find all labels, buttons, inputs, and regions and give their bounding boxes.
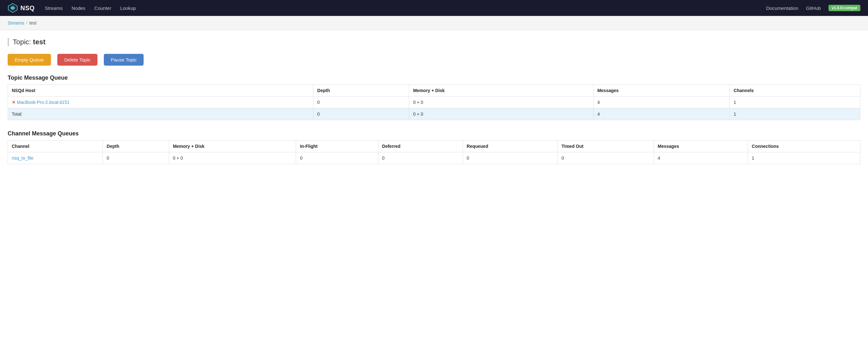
nav-documentation[interactable]: Documentation <box>766 5 798 11</box>
nsq-logo-icon <box>8 3 18 13</box>
breadcrumb-current: test <box>29 20 37 26</box>
breadcrumb-streams-link[interactable]: Streams <box>8 20 24 26</box>
ch-in-flight-cell: 0 <box>296 152 378 164</box>
col-deferred: Deferred <box>378 141 463 152</box>
logo-text: NSQ <box>20 4 35 12</box>
col-nsqd-host: NSQd Host <box>8 85 313 96</box>
topic-name: test <box>33 38 45 46</box>
main-content: Topic: test Empty Queue Delete Topic Pau… <box>0 30 868 187</box>
topic-queue-title: Topic Message Queue <box>8 75 860 81</box>
col-channel: Channel <box>8 141 103 152</box>
nav-streams[interactable]: Streams <box>45 5 63 11</box>
memory-disk-cell: 0 + 0 <box>409 96 593 108</box>
ch-messages-cell: 4 <box>654 152 748 164</box>
total-messages: 4 <box>593 108 730 120</box>
col-timed-out: Timed Out <box>558 141 654 152</box>
nav-counter[interactable]: Counter <box>94 5 111 11</box>
topic-queue-table: NSQd Host Depth Memory + Disk Messages C… <box>8 84 860 120</box>
ch-deferred-cell: 0 <box>378 152 463 164</box>
breadcrumb: Streams / test <box>8 20 860 26</box>
ch-depth-cell: 0 <box>103 152 169 164</box>
col-depth: Depth <box>313 85 409 96</box>
depth-cell: 0 <box>313 96 409 108</box>
ch-timed-out-cell: 0 <box>558 152 654 164</box>
topic-title-wrapper: Topic: test <box>8 38 860 46</box>
topic-queue-header-row: NSQd Host Depth Memory + Disk Messages C… <box>8 85 860 96</box>
channel-link[interactable]: nsq_to_file <box>12 156 33 161</box>
channels-cell: 1 <box>730 96 860 108</box>
channel-header-row: Channel Depth Memory + Disk In-Flight De… <box>8 141 860 152</box>
channel-queue-tbody: nsq_to_file 0 0 + 0 0 0 0 0 4 1 <box>8 152 860 164</box>
ch-memory-disk-cell: 0 + 0 <box>169 152 296 164</box>
col-channels: Channels <box>730 85 860 96</box>
error-icon: ✕ <box>12 100 16 105</box>
breadcrumb-bar: Streams / test <box>0 16 868 30</box>
table-row: ✕ MacBook-Pro-2.local:4151 0 0 + 0 4 1 <box>8 96 860 108</box>
channel-queue-table: Channel Depth Memory + Disk In-Flight De… <box>8 140 860 164</box>
col-ch-depth: Depth <box>103 141 169 152</box>
topic-queue-thead: NSQd Host Depth Memory + Disk Messages C… <box>8 85 860 96</box>
channel-queue-thead: Channel Depth Memory + Disk In-Flight De… <box>8 141 860 152</box>
total-channels: 1 <box>730 108 860 120</box>
navbar: NSQ Streams Nodes Counter Lookup Documen… <box>0 0 868 16</box>
col-requeued: Requeued <box>463 141 558 152</box>
total-label: Total: <box>8 108 313 120</box>
total-memory-disk: 0 + 0 <box>409 108 593 120</box>
breadcrumb-separator: / <box>26 20 27 26</box>
nav-links: Streams Nodes Counter Lookup <box>45 5 767 11</box>
version-badge: v1.0.0-compat <box>829 5 860 11</box>
delete-topic-button[interactable]: Delete Topic <box>57 54 97 66</box>
action-buttons: Empty Queue Delete Topic Pause Topic <box>8 54 860 66</box>
topic-label: Topic: <box>13 38 31 46</box>
channel-queue-title: Channel Message Queues <box>8 130 860 137</box>
empty-queue-button[interactable]: Empty Queue <box>8 54 51 66</box>
table-row: nsq_to_file 0 0 + 0 0 0 0 0 4 1 <box>8 152 860 164</box>
total-depth: 0 <box>313 108 409 120</box>
nav-github[interactable]: GitHub <box>806 5 821 11</box>
host-cell: ✕ MacBook-Pro-2.local:4151 <box>8 96 313 108</box>
topic-title: Topic: test <box>13 38 860 46</box>
col-ch-messages: Messages <box>654 141 748 152</box>
pause-topic-button[interactable]: Pause Topic <box>104 54 144 66</box>
col-memory-disk: Memory + Disk <box>409 85 593 96</box>
col-connections: Connections <box>748 141 860 152</box>
ch-connections-cell: 1 <box>748 152 860 164</box>
host-link[interactable]: MacBook-Pro-2.local:4151 <box>17 100 69 105</box>
nav-lookup[interactable]: Lookup <box>120 5 136 11</box>
nav-nodes[interactable]: Nodes <box>72 5 85 11</box>
col-in-flight: In-Flight <box>296 141 378 152</box>
topic-queue-tbody: ✕ MacBook-Pro-2.local:4151 0 0 + 0 4 1 T… <box>8 96 860 120</box>
total-row: Total: 0 0 + 0 4 1 <box>8 108 860 120</box>
channel-name-cell: nsq_to_file <box>8 152 103 164</box>
messages-cell: 4 <box>593 96 730 108</box>
col-ch-memory-disk: Memory + Disk <box>169 141 296 152</box>
logo[interactable]: NSQ <box>8 3 35 13</box>
ch-requeued-cell: 0 <box>463 152 558 164</box>
nav-right: Documentation GitHub v1.0.0-compat <box>766 5 860 11</box>
col-messages: Messages <box>593 85 730 96</box>
